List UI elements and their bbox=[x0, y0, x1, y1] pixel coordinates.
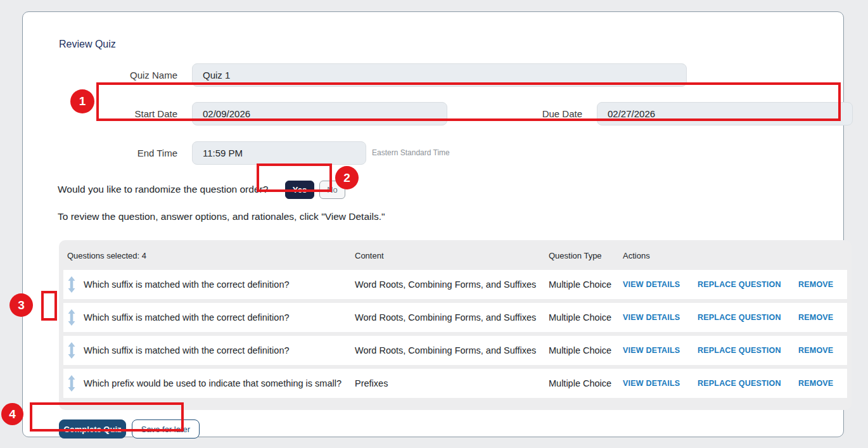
view-details-link[interactable]: VIEW DETAILS bbox=[623, 313, 680, 322]
question-type-text: Multiple Choice bbox=[549, 345, 611, 355]
replace-question-link[interactable]: REPLACE QUESTION bbox=[698, 313, 781, 322]
content-text: Prefixes bbox=[355, 378, 388, 388]
randomize-yes-button[interactable]: Yes bbox=[285, 181, 314, 199]
due-date-value: 02/27/2026 bbox=[608, 108, 655, 119]
question-text: Which prefix would be used to indicate t… bbox=[84, 378, 341, 388]
question-text: Which suffix is matched with the correct… bbox=[84, 279, 290, 290]
question-text: Which suffix is matched with the correct… bbox=[84, 345, 290, 355]
view-details-link[interactable]: VIEW DETAILS bbox=[623, 346, 680, 355]
randomize-no-button[interactable]: No bbox=[319, 181, 345, 199]
annotation-circle-4: 4 bbox=[1, 403, 23, 425]
timezone-note: Eastern Standard Time bbox=[372, 148, 450, 157]
drag-handle-icon[interactable] bbox=[67, 276, 76, 293]
replace-question-link[interactable]: REPLACE QUESTION bbox=[698, 379, 781, 388]
save-for-later-button[interactable]: Save for later bbox=[132, 419, 200, 438]
content-text: Word Roots, Combining Forms, and Suffixe… bbox=[355, 279, 536, 290]
table-row: Which suffix is matched with the correct… bbox=[63, 303, 847, 332]
header-question-type: Question Type bbox=[549, 250, 602, 260]
remove-link[interactable]: REMOVE bbox=[798, 280, 833, 289]
view-details-link[interactable]: VIEW DETAILS bbox=[623, 379, 680, 388]
question-text: Which suffix is matched with the correct… bbox=[84, 312, 290, 323]
question-type-text: Multiple Choice bbox=[549, 279, 611, 290]
question-type-text: Multiple Choice bbox=[549, 378, 611, 388]
end-time-label: End Time bbox=[101, 148, 177, 158]
due-date-input[interactable]: 02/27/2026 bbox=[597, 102, 853, 125]
start-date-input[interactable]: 02/09/2026 bbox=[192, 102, 447, 125]
quiz-name-label: Quiz Name bbox=[101, 70, 177, 80]
drag-handle-icon[interactable] bbox=[67, 375, 76, 392]
quiz-name-input[interactable]: Quiz 1 bbox=[192, 63, 687, 87]
start-date-label: Start Date bbox=[101, 108, 177, 119]
view-details-link[interactable]: VIEW DETAILS bbox=[623, 280, 680, 289]
review-quiz-page: Review Quiz Quiz Name Quiz 1 Start Date … bbox=[0, 0, 868, 448]
quiz-name-value: Quiz 1 bbox=[203, 70, 230, 80]
remove-link[interactable]: REMOVE bbox=[798, 313, 833, 322]
replace-question-link[interactable]: REPLACE QUESTION bbox=[698, 280, 781, 289]
content-text: Word Roots, Combining Forms, and Suffixe… bbox=[355, 312, 536, 323]
question-type-text: Multiple Choice bbox=[549, 312, 611, 323]
questions-table: Questions selected: 4 Content Question T… bbox=[59, 240, 852, 410]
end-time-input[interactable]: 11:59 PM bbox=[192, 141, 366, 165]
content-text: Word Roots, Combining Forms, and Suffixe… bbox=[355, 345, 536, 355]
drag-handle-icon[interactable] bbox=[67, 309, 76, 326]
complete-quiz-button[interactable]: Complete Quiz bbox=[59, 419, 126, 438]
questions-table-header: Questions selected: 4 Content Question T… bbox=[59, 240, 852, 270]
randomize-question-text: Would you like to randomize the question… bbox=[58, 184, 268, 195]
start-date-value: 02/09/2026 bbox=[203, 108, 250, 119]
drag-handle-icon[interactable] bbox=[67, 342, 76, 359]
header-questions-selected: Questions selected: 4 bbox=[67, 250, 146, 260]
table-row: Which prefix would be used to indicate t… bbox=[63, 369, 847, 398]
header-actions: Actions bbox=[623, 250, 650, 260]
replace-question-link[interactable]: REPLACE QUESTION bbox=[698, 346, 781, 355]
view-details-instruction: To review the question, answer options, … bbox=[58, 211, 385, 222]
header-content: Content bbox=[355, 250, 384, 260]
page-title: Review Quiz bbox=[59, 39, 116, 50]
table-row: Which suffix is matched with the correct… bbox=[63, 270, 847, 299]
end-time-value: 11:59 PM bbox=[203, 148, 243, 158]
remove-link[interactable]: REMOVE bbox=[798, 346, 833, 355]
table-row: Which suffix is matched with the correct… bbox=[63, 336, 847, 365]
remove-link[interactable]: REMOVE bbox=[798, 379, 833, 388]
review-quiz-panel: Review Quiz Quiz Name Quiz 1 Start Date … bbox=[22, 11, 844, 437]
due-date-label: Due Date bbox=[506, 108, 582, 119]
